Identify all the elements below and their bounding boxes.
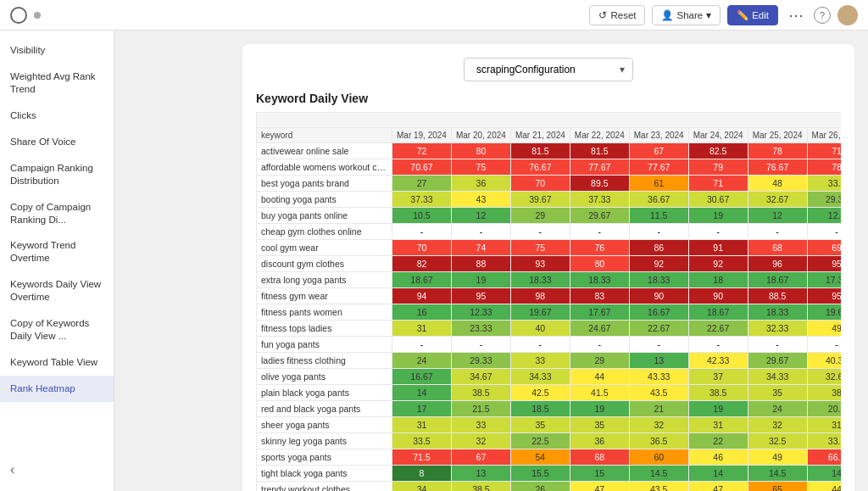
keyword-cell-8: extra long yoga pants bbox=[257, 272, 392, 288]
data-cell-3-4: 36.67 bbox=[629, 192, 688, 208]
sidebar-item-6[interactable]: Keyword Trend Overtime bbox=[0, 232, 114, 271]
data-cell-9-4: 90 bbox=[629, 288, 688, 304]
sidebar: VisibilityWeighted Avg Rank TrendClicksS… bbox=[0, 0, 114, 491]
data-cell-21-4: 43.5 bbox=[629, 482, 688, 492]
table-row: fitness pants women1612.3319.6717.6716.6… bbox=[257, 304, 842, 321]
keyword-cell-5: cheap gym clothes online bbox=[257, 224, 392, 240]
data-cell-4-6: 12 bbox=[748, 208, 807, 224]
edit-icon: ✏️ bbox=[737, 9, 748, 21]
data-cell-12-4: - bbox=[629, 337, 688, 353]
data-cell-9-0: 94 bbox=[392, 288, 452, 304]
sidebar-item-8[interactable]: Copy of Keywords Daily View ... bbox=[0, 310, 114, 349]
data-cell-8-1: 19 bbox=[451, 272, 510, 288]
sidebar-item-9[interactable]: Keyword Table View bbox=[0, 349, 114, 376]
data-cell-3-7: 29.33 bbox=[807, 192, 841, 208]
data-cell-2-1: 36 bbox=[451, 176, 510, 192]
data-cell-5-5: - bbox=[688, 224, 748, 240]
data-cell-19-1: 67 bbox=[451, 449, 510, 466]
keyword-cell-9: fitness gym wear bbox=[257, 288, 392, 304]
sidebar-item-5[interactable]: Copy of Campaign Ranking Di... bbox=[0, 194, 114, 233]
keyword-cell-2: best yoga pants brand bbox=[257, 176, 392, 192]
data-cell-21-6: 65 bbox=[748, 482, 807, 492]
table-row: discount gym clothes8288938092929695- bbox=[257, 256, 842, 272]
data-cell-13-2: 33 bbox=[510, 353, 570, 369]
data-cell-9-3: 83 bbox=[570, 288, 629, 304]
data-cell-12-3: - bbox=[570, 337, 629, 353]
sidebar-item-3[interactable]: Share Of Voice bbox=[0, 129, 114, 155]
data-cell-15-3: 41.5 bbox=[570, 385, 629, 401]
data-cell-6-0: 70 bbox=[392, 240, 452, 256]
data-cell-19-0: 71.5 bbox=[392, 449, 452, 466]
data-cell-21-7: 44 bbox=[807, 482, 841, 492]
share-button[interactable]: 👤 Share ▾ bbox=[652, 5, 721, 25]
data-cell-19-5: 46 bbox=[688, 449, 748, 466]
data-cell-3-1: 43 bbox=[451, 192, 510, 208]
data-cell-16-1: 21.5 bbox=[451, 401, 510, 417]
data-cell-4-5: 19 bbox=[688, 208, 748, 224]
data-cell-11-5: 22.67 bbox=[688, 321, 748, 337]
data-cell-8-5: 18 bbox=[688, 272, 748, 288]
more-options-button[interactable]: ⋯ bbox=[785, 6, 807, 25]
data-cell-0-0: 72 bbox=[392, 143, 452, 159]
table-row: best yoga pants brand27367089.561714833.… bbox=[257, 176, 842, 192]
data-cell-21-5: 47 bbox=[688, 482, 748, 492]
sidebar-item-2[interactable]: Clicks bbox=[0, 103, 114, 129]
table-row: tight black yoga pants81315.51514.51414.… bbox=[257, 466, 842, 482]
reset-label: Reset bbox=[610, 10, 636, 20]
date-position-header: date / position bbox=[257, 113, 842, 128]
data-cell-16-4: 21 bbox=[629, 401, 688, 417]
data-cell-9-7: 95 bbox=[807, 288, 841, 304]
table-row: sports yoga pants71.567546860464966.550 bbox=[257, 449, 842, 466]
data-cell-3-2: 39.67 bbox=[510, 192, 570, 208]
data-cell-13-4: 13 bbox=[629, 353, 688, 369]
data-cell-11-0: 31 bbox=[392, 321, 452, 337]
data-cell-14-5: 37 bbox=[688, 369, 748, 385]
avatar[interactable] bbox=[837, 5, 858, 25]
data-cell-15-0: 14 bbox=[392, 385, 452, 401]
data-cell-2-0: 27 bbox=[392, 176, 452, 192]
sidebar-collapse-button[interactable]: ‹ bbox=[0, 455, 114, 484]
keyword-cell-6: cool gym wear bbox=[257, 240, 392, 256]
data-cell-10-3: 17.67 bbox=[570, 304, 629, 321]
data-cell-13-3: 29 bbox=[570, 353, 629, 369]
data-cell-16-5: 19 bbox=[688, 401, 748, 417]
data-cell-0-2: 81.5 bbox=[510, 143, 570, 159]
reset-button[interactable]: ↺ Reset bbox=[589, 5, 645, 25]
data-cell-20-7: 14 bbox=[807, 466, 841, 482]
table-row: activewear online sale728081.581.56782.5… bbox=[257, 143, 842, 159]
data-cell-19-7: 66.5 bbox=[807, 449, 841, 466]
data-cell-7-3: 80 bbox=[570, 256, 629, 272]
data-cell-16-7: 20.5 bbox=[807, 401, 841, 417]
data-cell-2-3: 89.5 bbox=[570, 176, 629, 192]
data-cell-17-7: 31 bbox=[807, 417, 841, 433]
data-cell-14-0: 16.67 bbox=[392, 369, 452, 385]
sidebar-item-10[interactable]: Rank Heatmap bbox=[0, 376, 114, 402]
data-cell-17-6: 32 bbox=[748, 417, 807, 433]
data-cell-18-2: 22.5 bbox=[510, 433, 570, 449]
data-cell-14-4: 43.33 bbox=[629, 369, 688, 385]
sidebar-item-7[interactable]: Keywords Daily View Overtime bbox=[0, 271, 114, 310]
edit-button[interactable]: ✏️ Edit bbox=[727, 5, 778, 25]
data-cell-7-1: 88 bbox=[451, 256, 510, 272]
sidebar-item-0[interactable]: Visibility bbox=[0, 37, 114, 64]
keyword-cell-21: trendy workout clothes bbox=[257, 482, 392, 492]
data-cell-13-1: 29.33 bbox=[451, 353, 510, 369]
col-header-4: Mar 22, 2024 bbox=[570, 128, 629, 143]
data-cell-9-2: 98 bbox=[510, 288, 570, 304]
table-row: extra long yoga pants18.671918.3318.3318… bbox=[257, 272, 842, 288]
data-cell-20-3: 15 bbox=[570, 466, 629, 482]
table-row: fun yoga pants--------- bbox=[257, 337, 842, 353]
data-cell-3-3: 37.33 bbox=[570, 192, 629, 208]
sidebar-item-1[interactable]: Weighted Avg Rank Trend bbox=[0, 64, 114, 103]
data-cell-6-4: 86 bbox=[629, 240, 688, 256]
data-cell-0-6: 78 bbox=[748, 143, 807, 159]
col-header-8: Mar 26, 2024 bbox=[807, 128, 841, 143]
data-cell-8-6: 18.67 bbox=[748, 272, 807, 288]
data-cell-17-0: 31 bbox=[392, 417, 452, 433]
sidebar-item-4[interactable]: Campaign Ranking Distribution bbox=[0, 155, 114, 194]
help-button[interactable]: ? bbox=[814, 7, 831, 24]
configuration-dropdown[interactable]: scrapingConfiguration bbox=[464, 58, 633, 81]
data-cell-7-0: 82 bbox=[392, 256, 452, 272]
data-cell-19-6: 49 bbox=[748, 449, 807, 466]
table-row: fitness tops ladies3123.334024.6722.6722… bbox=[257, 321, 842, 337]
